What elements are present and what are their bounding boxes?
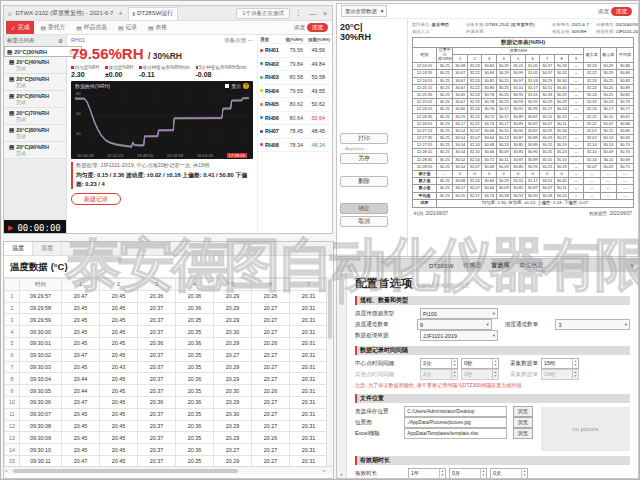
- channel-row[interactable]: RH0380.5850.58: [260, 71, 330, 85]
- cancel-button[interactable]: 取消: [340, 216, 388, 227]
- save-location-input[interactable]: C:/Users/Administrator/Desktop: [404, 406, 506, 417]
- show-curve-checkbox[interactable]: [225, 84, 230, 89]
- sensor-type-select[interactable]: Pt100▾: [420, 308, 498, 319]
- channel-row[interactable]: RH0479.5549.55: [260, 85, 330, 99]
- new-tab-icon[interactable]: +: [116, 10, 124, 17]
- help-icon[interactable]: ?: [243, 83, 249, 89]
- hum-channels-select[interactable]: 3▾: [555, 319, 630, 330]
- browse-excel-button[interactable]: 浏览: [513, 428, 534, 439]
- config-content: 配置首选项 创建样品时恢复默认设置 规程、数量和类型 温度传感器类型 Pt100…: [347, 272, 638, 478]
- channel-row[interactable]: RH0179.5649.56: [260, 44, 330, 58]
- chevron-down-icon: ▾: [493, 311, 495, 316]
- delete-button[interactable]: 删除: [340, 176, 388, 187]
- center-minutes-stepper[interactable]: 2分 ▲▼: [420, 358, 458, 369]
- channel-value: 79.56: [283, 47, 303, 53]
- table-row[interactable]: 809:30:0420.4420.4520.3720.3620.2920.272…: [5, 373, 334, 385]
- calib-point-item[interactable]: ▤20°C|90%RH完成: [4, 142, 66, 159]
- config-left-scrollbar[interactable]: ▲ ▼: [337, 272, 347, 478]
- table-row[interactable]: 709:30:0320.4520.4320.3720.3520.2920.272…: [5, 361, 334, 373]
- toggle-humidity[interactable]: 湿度: [307, 23, 328, 32]
- report-toggle-humidity[interactable]: 湿度: [611, 7, 632, 16]
- toggle-temp[interactable]: 温度: [294, 24, 305, 31]
- menu-unit-info[interactable]: 单位信息: [519, 261, 543, 270]
- doc-icon: ▤: [148, 25, 153, 31]
- validity-year-stepper[interactable]: 1年 ▲▼: [408, 468, 446, 478]
- table-row[interactable]: 609:30:0220.4720.4520.3720.3520.2720.272…: [5, 349, 334, 361]
- config-close-icon[interactable]: ×: [630, 262, 634, 269]
- browse-save-button[interactable]: 浏览: [513, 406, 534, 417]
- table-row[interactable]: 209:29:5820.4520.4520.3720.3620.2920.272…: [5, 302, 334, 314]
- table-row[interactable]: 309:29:5920.4520.4520.3720.3520.2920.272…: [5, 314, 334, 326]
- filter-dropdown[interactable]: 显示全部数据 ▾: [341, 5, 387, 17]
- menu-icon[interactable]: ⋮: [293, 9, 304, 17]
- star-icon[interactable]: ☆: [7, 10, 12, 17]
- channel-row[interactable]: RH0878.3448.34: [260, 139, 330, 153]
- table-row[interactable]: 1009:30:0620.4720.4520.3620.3620.2920.27…: [5, 396, 334, 408]
- minimize-icon[interactable]: —: [307, 10, 318, 17]
- tab-完成[interactable]: ✓完成: [6, 21, 34, 34]
- calib-point-item[interactable]: ▤20°C|40%RH完成: [4, 57, 66, 74]
- validity-day-stepper[interactable]: 0天 ▲▼: [490, 468, 528, 478]
- table-row[interactable]: 1109:30:0720.4520.4520.3720.3520.3020.27…: [5, 408, 334, 420]
- picture-input[interactable]: ./AppData/Pictures/picture.jpg: [404, 417, 506, 428]
- scroll-down-icon[interactable]: ▼: [340, 473, 343, 477]
- stat-label: 5分钟变化率%RH/5min: [196, 65, 247, 70]
- close-icon[interactable]: ×: [321, 10, 329, 17]
- menu-preferences[interactable]: 首选项: [491, 261, 509, 270]
- interval-warning: 注意: 为了保证数据准确性, 请不要将记录间隔与DTZ300间隔设置为相同值: [355, 382, 630, 389]
- channel-value: 79.55: [283, 88, 303, 94]
- channel-name: RH03: [265, 74, 281, 80]
- table-row[interactable]: 1309:30:0920.4520.4520.3720.3520.2920.26…: [5, 432, 334, 444]
- center-seconds-stepper[interactable]: 0秒 ▲▼: [461, 358, 499, 369]
- channel-row[interactable]: RH0778.4548.45: [260, 125, 330, 139]
- scroll-up-icon[interactable]: ▲: [340, 273, 343, 277]
- browse-picture-button[interactable]: 浏览: [513, 417, 534, 428]
- calib-point-item[interactable]: ▤20°C|50%RH完成: [4, 74, 66, 91]
- table-row[interactable]: 509:30:0120.4520.4520.3620.3620.2920.262…: [5, 337, 334, 349]
- print-button[interactable]: 打印: [340, 133, 388, 144]
- temp-tab-温度[interactable]: 温度: [4, 242, 33, 255]
- calib-point-item[interactable]: ▤20°C|70%RH完成: [4, 108, 66, 125]
- calib-point-item[interactable]: ▤20°C|80%RH完成: [4, 125, 66, 142]
- calib-point-item[interactable]: ▤20°C|60%RH完成: [4, 91, 66, 108]
- config-menubar: DT28SW 传感器 首选项 单位信息 ×: [337, 259, 638, 272]
- tab-样品信息[interactable]: ▤样品信息: [71, 21, 112, 34]
- channel-row[interactable]: RH0580.6250.62: [260, 98, 330, 112]
- table-row[interactable]: 909:30:0520.4420.4520.3720.3520.3020.262…: [5, 385, 334, 397]
- gear-icon[interactable]: ⚙: [58, 38, 63, 44]
- temp-channels-select[interactable]: 9▾: [417, 319, 492, 330]
- scroll-left-icon[interactable]: ◂: [5, 468, 7, 473]
- other-seconds-stepper: 0秒 ▲▼: [461, 369, 499, 380]
- tab-label: 记录: [125, 23, 137, 32]
- vertical-scrollbar[interactable]: [326, 278, 333, 467]
- unit-toggle[interactable]: 温度 湿度: [294, 23, 328, 32]
- data-row: 12:28:3530.2530.5232.1430.7230.1130.8730…: [413, 156, 634, 163]
- tab-委托方[interactable]: ▤委托方: [35, 21, 70, 34]
- table-row[interactable]: 1209:30:0820.4520.4520.3720.3620.2920.27…: [5, 420, 334, 432]
- play-icon[interactable]: ▶: [8, 224, 13, 232]
- tab-表格[interactable]: ▤表格: [143, 21, 172, 34]
- basis-select[interactable]: JJF1101-2019▾: [420, 330, 498, 341]
- report-toggle-temp[interactable]: 温度: [598, 8, 609, 15]
- check-icon: ✓: [11, 25, 16, 31]
- scrollbar-thumb[interactable]: [13, 469, 238, 473]
- horizontal-scrollbar[interactable]: ◂ ▸: [4, 466, 333, 474]
- save-as-button[interactable]: 另存: [340, 153, 388, 164]
- temp-tab-湿度[interactable]: 湿度: [33, 242, 62, 255]
- ok-button[interactable]: 确定: [340, 203, 388, 214]
- report-unit-toggle[interactable]: 温度 湿度: [598, 7, 632, 16]
- channel-deviation: 49.55: [305, 88, 325, 94]
- menu-sensor[interactable]: 传感器: [463, 261, 481, 270]
- new-record-button[interactable]: 新建记录: [71, 193, 121, 205]
- scroll-right-icon[interactable]: ▸: [323, 468, 325, 473]
- tab-dt28sw-run[interactable]: ‖ DT28SW运行: [128, 7, 179, 20]
- excel-template-input[interactable]: AppData/Templates/template.xlsx: [404, 428, 506, 439]
- table-row[interactable]: 1409:30:1020.4520.4520.3720.3620.2720.27…: [5, 444, 334, 456]
- validity-month-stepper[interactable]: 0月 ▲▼: [449, 468, 487, 478]
- channel-row[interactable]: RH0680.6450.64: [260, 112, 330, 126]
- tab-记录[interactable]: ▤记录: [113, 21, 142, 34]
- table-row[interactable]: 109:29:5720.4720.4520.3620.3620.2920.262…: [5, 290, 334, 302]
- sample-count-stepper[interactable]: 15组 ▲▼: [541, 358, 579, 369]
- channel-row[interactable]: RH0279.8449.84: [260, 58, 330, 72]
- table-row[interactable]: 409:30:0020.4520.4520.3720.3520.3020.272…: [5, 326, 334, 338]
